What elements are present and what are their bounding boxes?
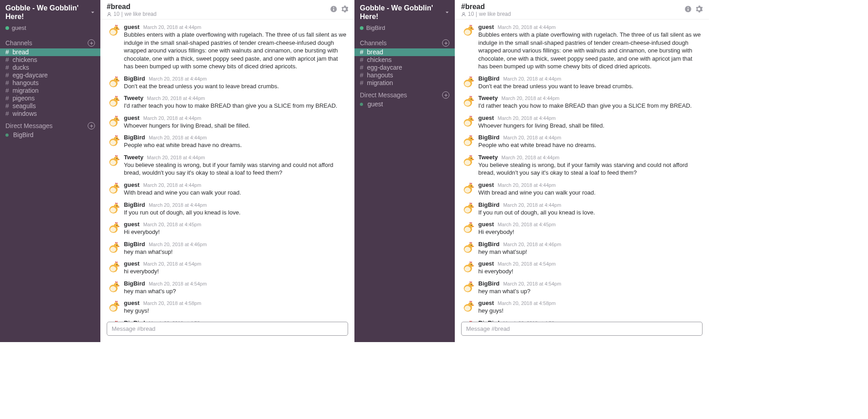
message-author[interactable]: BigBird [478,241,500,248]
avatar[interactable] [461,114,475,128]
message-author[interactable]: Tweety [124,154,143,161]
message: BigBird March 20, 2018 at 4:44pm People … [461,132,703,152]
message-author[interactable]: BigBird [478,134,500,141]
sidebar-channel-ducks[interactable]: #ducks [0,64,100,71]
svg-point-23 [117,138,118,139]
sidebar-channel-migration[interactable]: #migration [354,79,455,87]
message-author[interactable]: BigBird [478,75,500,82]
add-channel-button[interactable] [88,39,95,47]
avatar[interactable] [107,114,120,128]
add-dm-button[interactable] [442,91,449,99]
avatar[interactable] [107,201,120,215]
message-input[interactable] [107,322,348,336]
message-author[interactable]: guest [478,260,494,267]
message-author[interactable]: Tweety [478,95,498,101]
sidebar-channel-pigeons[interactable]: #pigeons [0,95,100,102]
info-icon[interactable] [330,5,337,13]
sidebar-channel-chickens[interactable]: #chickens [0,56,100,64]
message-input[interactable] [461,322,703,336]
member-count[interactable]: 10 [113,11,119,17]
sidebar-channel-egg-daycare[interactable]: #egg-daycare [0,71,100,79]
channel-topic[interactable]: we like bread [124,11,156,17]
message-list[interactable]: guest March 20, 2018 at 4:44pm Bubbles e… [100,19,354,322]
message-author[interactable]: guest [124,260,140,267]
team-name[interactable]: Gobble - We Gobblin' Here! [360,4,445,21]
avatar[interactable] [107,24,120,37]
sidebar-channel-migration[interactable]: #migration [0,87,100,95]
avatar[interactable] [461,181,475,195]
avatar[interactable] [461,221,475,234]
message-author[interactable]: Tweety [124,95,143,101]
channel-topic[interactable]: we like bread [479,11,511,17]
avatar[interactable] [107,260,120,274]
info-icon[interactable] [684,5,692,13]
sidebar-dm-guest[interactable]: guest [354,100,455,108]
dm-label: guest [368,100,383,109]
svg-point-47 [117,264,118,265]
svg-point-86 [468,157,473,161]
message-author[interactable]: guest [124,181,140,188]
message-list[interactable]: guest March 20, 2018 at 4:44pm Bubbles e… [455,19,709,322]
message-text: If you run out of dough, all you knead i… [124,209,348,217]
sidebar-channel-windows[interactable]: #windows [0,110,100,118]
chevron-down-icon[interactable] [90,10,95,15]
avatar[interactable] [107,241,120,254]
message-author[interactable]: Tweety [478,154,498,161]
avatar[interactable] [461,95,475,108]
sidebar-channel-hangouts[interactable]: #hangouts [354,71,455,79]
message-text: I'd rather teach you how to make BREAD t… [478,102,703,110]
channel-title[interactable]: #bread [461,3,511,11]
svg-point-10 [114,78,118,82]
avatar[interactable] [461,75,475,89]
add-channel-button[interactable] [442,39,449,47]
sidebar-channel-egg-daycare[interactable]: #egg-daycare [354,64,455,71]
message-author[interactable]: BigBird [478,280,500,287]
message-author[interactable]: BigBird [124,280,145,287]
message-author[interactable]: BigBird [124,241,145,248]
gear-icon[interactable] [341,5,348,13]
current-user[interactable]: guest [0,24,100,35]
avatar[interactable] [461,241,475,254]
message-author[interactable]: guest [124,114,140,121]
sidebar-channel-chickens[interactable]: #chickens [354,56,455,64]
avatar[interactable] [107,280,120,294]
sidebar-channel-bread[interactable]: #bread [354,48,455,56]
chevron-down-icon[interactable] [445,10,449,15]
member-count[interactable]: 10 [468,11,474,17]
sidebar-channel-bread[interactable]: #bread [0,48,100,56]
avatar[interactable] [107,75,120,89]
sidebar-channel-seagulls[interactable]: #seagulls [0,102,100,110]
avatar[interactable] [461,300,475,313]
avatar[interactable] [107,300,120,313]
current-user[interactable]: BigBird [354,24,455,35]
avatar[interactable] [107,134,120,148]
team-name[interactable]: Gobble - We Gobblin' Here! [5,4,90,21]
message-author[interactable]: BigBird [124,201,145,208]
avatar[interactable] [461,134,475,148]
avatar[interactable] [107,154,120,167]
avatar[interactable] [461,24,475,37]
channel-title[interactable]: #bread [107,3,156,11]
avatar[interactable] [107,181,120,195]
sidebar-channel-hangouts[interactable]: #hangouts [0,79,100,87]
gear-icon[interactable] [695,5,703,13]
message-author[interactable]: guest [478,221,494,228]
message-author[interactable]: guest [124,221,140,228]
message-author[interactable]: guest [124,300,140,306]
sidebar-dm-BigBird[interactable]: BigBird [0,131,100,139]
message-author[interactable]: BigBird [124,134,145,141]
message-author[interactable]: guest [478,24,494,30]
avatar[interactable] [461,154,475,167]
avatar[interactable] [107,221,120,234]
message-author[interactable]: BigBird [124,75,145,82]
message-author[interactable]: BigBird [478,201,500,208]
message-author[interactable]: guest [478,114,494,121]
message-author[interactable]: guest [478,300,494,306]
avatar[interactable] [461,201,475,215]
avatar[interactable] [461,280,475,294]
avatar[interactable] [461,260,475,274]
add-dm-button[interactable] [88,122,95,129]
message-author[interactable]: guest [124,24,140,30]
message-author[interactable]: guest [478,181,494,188]
avatar[interactable] [107,95,120,108]
